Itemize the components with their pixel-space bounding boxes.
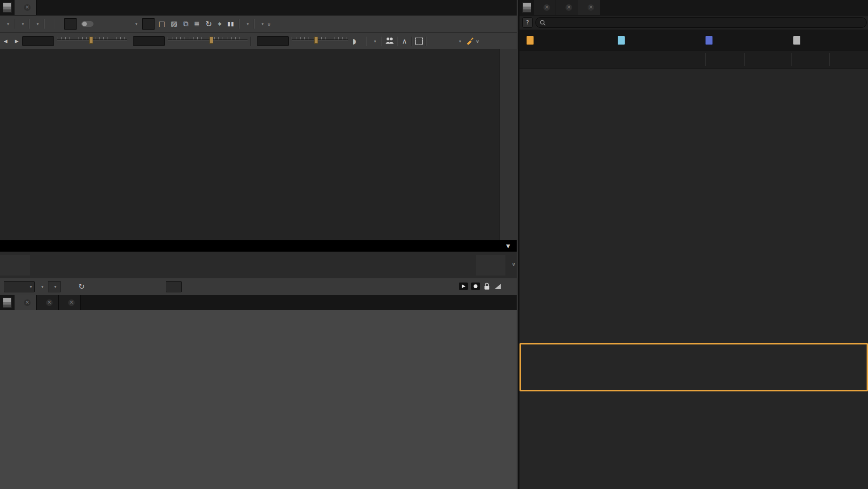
ramp-icon[interactable]: [494, 283, 502, 291]
viewer-toolbar-gain: ◀ ▶: [0, 33, 517, 50]
gamma-slider[interactable]: [168, 35, 248, 47]
b-buffer-badge: [144, 23, 147, 24]
jump-forward-button[interactable]: [184, 281, 199, 292]
wipe-a-group: [64, 18, 77, 30]
pixel-aspect-dropdown[interactable]: ▾: [257, 21, 266, 27]
display-channel-dropdown[interactable]: ▾: [32, 21, 41, 27]
fstop-decrease-icon[interactable]: ◀: [3, 38, 8, 44]
range-start-box[interactable]: [0, 255, 30, 275]
lut-curve-icon[interactable]: ∧: [401, 36, 409, 46]
zoom-level-dropdown[interactable]: ▾: [242, 21, 251, 27]
layer-dropdown[interactable]: ▾: [18, 21, 26, 27]
close-icon[interactable]: ✕: [543, 4, 550, 11]
viewport-side-toolbar: [499, 49, 517, 240]
fstop-increase-icon[interactable]: ▶: [14, 38, 20, 44]
marquee-dashed-icon[interactable]: [415, 38, 423, 45]
legend-instance: [617, 36, 629, 45]
lock-range-icon[interactable]: [483, 283, 490, 291]
tab-scene-graph[interactable]: ✕: [578, 0, 600, 15]
close-icon[interactable]: ✕: [68, 299, 75, 306]
wipe-mode-dropdown[interactable]: ▾: [98, 21, 140, 27]
ruler-overflow-icon[interactable]: »: [511, 263, 518, 266]
gain-slider[interactable]: [57, 35, 127, 47]
refresh-icon[interactable]: ↻: [204, 19, 213, 29]
viewer-pane: ✕ ▾ ▾ ▾ ▾ □ ▨ ⧉ ≣: [0, 0, 517, 489]
occlusion-people-icon[interactable]: [385, 37, 394, 46]
headlight-icon[interactable]: ◗: [351, 36, 357, 46]
transport-bar: ▾ ▾ ▾ ↻: [0, 278, 517, 295]
nuke-window: ✕ ▾ ▾ ▾ ▾ □ ▨ ⧉ ≣: [0, 0, 868, 489]
saturation-field[interactable]: [257, 36, 289, 46]
crop-square-icon[interactable]: □: [157, 19, 167, 29]
viewport-canvas: [0, 49, 499, 240]
tab-dope-sheet[interactable]: ✕: [59, 295, 81, 310]
eyedropper-icon[interactable]: [466, 37, 474, 46]
gamma-field[interactable]: [133, 36, 165, 46]
stack-lines-icon[interactable]: ≣: [193, 19, 202, 29]
frame-increment-field[interactable]: [166, 281, 182, 292]
viewer-status-bar: ▼: [0, 240, 517, 252]
properties-tabbar: ✕ ✕ ✕: [519, 0, 868, 15]
viewer-3d-viewport[interactable]: [0, 49, 499, 240]
wipe-toggle[interactable]: [81, 21, 93, 27]
dag-tabbar: ✕ ✕ ✕: [0, 295, 517, 311]
toolbar-overflow-icon[interactable]: »: [266, 23, 273, 25]
close-icon[interactable]: ✕: [24, 299, 31, 306]
legend-normal: [793, 36, 805, 45]
srgb-lut-dropdown[interactable]: [58, 23, 62, 25]
scene-graph-pane: ✕ ✕ ✕ ?: [518, 0, 868, 489]
ruler-canvas[interactable]: [31, 252, 475, 278]
viewer-tabbar: ✕: [0, 0, 517, 15]
scene-graph-tree: [519, 69, 868, 392]
scene-graph-header: [519, 51, 868, 69]
scene-graph-legend: [519, 30, 868, 51]
pane-layout-icon[interactable]: [522, 2, 531, 13]
viewer-toolbar-top: ▾ ▾ ▾ ▾ □ ▨ ⧉ ≣ ↻ ⌖ ▮▮: [0, 15, 517, 33]
tab-properties[interactable]: ✕: [534, 0, 556, 15]
pane-layout-icon[interactable]: [3, 298, 12, 308]
jump-back-button[interactable]: [149, 281, 164, 292]
toolbar2-overflow-icon[interactable]: »: [474, 40, 481, 43]
pause-icon[interactable]: ▮▮: [226, 19, 236, 29]
range-end-box[interactable]: [476, 255, 505, 275]
render-record-icon[interactable]: [471, 283, 480, 291]
channels-dropdown[interactable]: ▾: [3, 21, 11, 27]
roi-target-icon[interactable]: ⌖: [217, 19, 223, 29]
tf-dropdown[interactable]: ▾: [37, 283, 46, 290]
legend-prototype: [705, 36, 717, 45]
node-graph-canvas[interactable]: [0, 310, 517, 489]
close-icon[interactable]: ✕: [566, 4, 572, 11]
pane-layout-icon[interactable]: [3, 2, 12, 13]
close-icon[interactable]: ✕: [588, 4, 594, 11]
tab-viewer1[interactable]: ✕: [15, 0, 37, 15]
search-icon: [540, 20, 546, 26]
flipbook-play-icon[interactable]: [459, 283, 468, 291]
input-process-button[interactable]: [47, 23, 51, 25]
loop-mode-icon[interactable]: ↻: [77, 282, 86, 292]
tab-background-renders[interactable]: ✕: [556, 0, 578, 15]
fps-dropdown[interactable]: ▾: [4, 281, 35, 292]
tab-curve-editor[interactable]: ✕: [37, 295, 59, 310]
saturation-slider[interactable]: [292, 35, 348, 47]
scene-graph-search-row: ?: [519, 15, 868, 30]
viewer-preset-dropdown[interactable]: ▾: [370, 38, 378, 45]
gain-field[interactable]: [22, 36, 54, 46]
projection-3d-dropdown[interactable]: ▾: [429, 38, 463, 45]
legend-has-arc: [526, 36, 538, 45]
close-icon[interactable]: ✕: [46, 299, 53, 306]
overlay-compare-icon[interactable]: ⧉: [182, 19, 190, 29]
a-buffer-badge: [66, 23, 70, 24]
proxy-stripes-icon[interactable]: ▨: [170, 19, 179, 29]
help-button[interactable]: ?: [522, 17, 533, 28]
search-input[interactable]: [535, 17, 867, 28]
tab-node-graph[interactable]: ✕: [15, 295, 37, 310]
timeline-ruler[interactable]: »: [0, 252, 517, 278]
range-mode-dropdown[interactable]: ▾: [48, 281, 61, 292]
status-menu-triangle-icon[interactable]: ▼: [506, 243, 510, 249]
wipe-b-group: [142, 18, 155, 30]
close-icon[interactable]: ✕: [24, 4, 31, 11]
node-graph-svg: [0, 310, 517, 489]
